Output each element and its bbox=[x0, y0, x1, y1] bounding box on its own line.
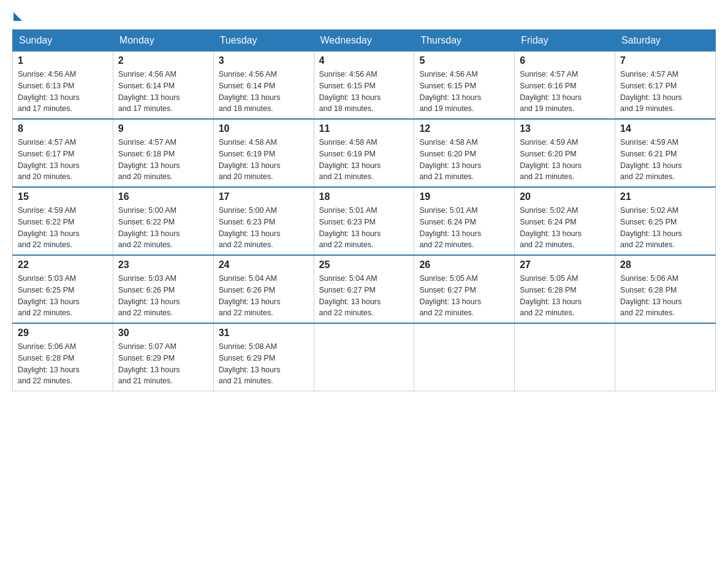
table-row bbox=[414, 323, 515, 391]
day-info: Sunrise: 5:04 AMSunset: 6:27 PMDaylight:… bbox=[319, 273, 409, 319]
day-number: 28 bbox=[620, 259, 710, 270]
day-number: 9 bbox=[118, 123, 208, 134]
table-row: 23Sunrise: 5:03 AMSunset: 6:26 PMDayligh… bbox=[113, 255, 213, 323]
table-row: 25Sunrise: 5:04 AMSunset: 6:27 PMDayligh… bbox=[314, 255, 414, 323]
day-info: Sunrise: 4:57 AMSunset: 6:17 PMDaylight:… bbox=[620, 69, 710, 115]
day-number: 15 bbox=[18, 191, 108, 202]
day-info: Sunrise: 5:03 AMSunset: 6:26 PMDaylight:… bbox=[118, 273, 208, 319]
day-number: 16 bbox=[118, 191, 208, 202]
table-row: 14Sunrise: 4:59 AMSunset: 6:21 PMDayligh… bbox=[615, 119, 716, 187]
day-info: Sunrise: 5:02 AMSunset: 6:24 PMDaylight:… bbox=[520, 205, 610, 251]
col-monday: Monday bbox=[113, 30, 213, 52]
day-info: Sunrise: 5:01 AMSunset: 6:23 PMDaylight:… bbox=[319, 205, 409, 251]
table-row: 19Sunrise: 5:01 AMSunset: 6:24 PMDayligh… bbox=[414, 187, 515, 255]
day-info: Sunrise: 4:56 AMSunset: 6:13 PMDaylight:… bbox=[18, 69, 108, 115]
day-number: 13 bbox=[520, 123, 610, 134]
table-row: 18Sunrise: 5:01 AMSunset: 6:23 PMDayligh… bbox=[314, 187, 414, 255]
table-row: 22Sunrise: 5:03 AMSunset: 6:25 PMDayligh… bbox=[13, 255, 113, 323]
day-number: 23 bbox=[118, 259, 208, 270]
day-info: Sunrise: 4:56 AMSunset: 6:15 PMDaylight:… bbox=[419, 69, 509, 115]
day-info: Sunrise: 4:56 AMSunset: 6:14 PMDaylight:… bbox=[219, 69, 309, 115]
calendar-week-row: 22Sunrise: 5:03 AMSunset: 6:25 PMDayligh… bbox=[13, 255, 716, 323]
day-info: Sunrise: 4:59 AMSunset: 6:21 PMDaylight:… bbox=[620, 137, 710, 183]
table-row: 8Sunrise: 4:57 AMSunset: 6:17 PMDaylight… bbox=[13, 119, 113, 187]
calendar-week-row: 8Sunrise: 4:57 AMSunset: 6:17 PMDaylight… bbox=[13, 119, 716, 187]
col-wednesday: Wednesday bbox=[314, 30, 414, 52]
day-info: Sunrise: 5:06 AMSunset: 6:28 PMDaylight:… bbox=[18, 341, 108, 387]
day-number: 20 bbox=[520, 191, 610, 202]
table-row: 20Sunrise: 5:02 AMSunset: 6:24 PMDayligh… bbox=[515, 187, 615, 255]
day-info: Sunrise: 5:03 AMSunset: 6:25 PMDaylight:… bbox=[18, 273, 108, 319]
table-row: 3Sunrise: 4:56 AMSunset: 6:14 PMDaylight… bbox=[213, 52, 314, 120]
table-row: 31Sunrise: 5:08 AMSunset: 6:29 PMDayligh… bbox=[213, 323, 314, 391]
day-info: Sunrise: 4:57 AMSunset: 6:17 PMDaylight:… bbox=[18, 137, 108, 183]
day-number: 5 bbox=[419, 55, 509, 66]
table-row: 30Sunrise: 5:07 AMSunset: 6:29 PMDayligh… bbox=[113, 323, 213, 391]
table-row bbox=[314, 323, 414, 391]
day-info: Sunrise: 4:58 AMSunset: 6:20 PMDaylight:… bbox=[419, 137, 509, 183]
day-number: 21 bbox=[620, 191, 710, 202]
day-number: 7 bbox=[620, 55, 710, 66]
day-number: 14 bbox=[620, 123, 710, 134]
day-info: Sunrise: 4:58 AMSunset: 6:19 PMDaylight:… bbox=[319, 137, 409, 183]
day-number: 22 bbox=[18, 259, 108, 270]
day-number: 6 bbox=[520, 55, 610, 66]
day-info: Sunrise: 4:56 AMSunset: 6:14 PMDaylight:… bbox=[118, 69, 208, 115]
day-info: Sunrise: 5:06 AMSunset: 6:28 PMDaylight:… bbox=[620, 273, 710, 319]
day-number: 27 bbox=[520, 259, 610, 270]
table-row bbox=[515, 323, 615, 391]
table-row: 1Sunrise: 4:56 AMSunset: 6:13 PMDaylight… bbox=[13, 52, 113, 120]
table-row bbox=[615, 323, 716, 391]
day-info: Sunrise: 4:59 AMSunset: 6:22 PMDaylight:… bbox=[18, 205, 108, 251]
table-row: 5Sunrise: 4:56 AMSunset: 6:15 PMDaylight… bbox=[414, 52, 515, 120]
table-row: 16Sunrise: 5:00 AMSunset: 6:22 PMDayligh… bbox=[113, 187, 213, 255]
day-number: 12 bbox=[419, 123, 509, 134]
day-number: 11 bbox=[319, 123, 409, 134]
table-row: 2Sunrise: 4:56 AMSunset: 6:14 PMDaylight… bbox=[113, 52, 213, 120]
table-row: 7Sunrise: 4:57 AMSunset: 6:17 PMDaylight… bbox=[615, 52, 716, 120]
day-info: Sunrise: 5:05 AMSunset: 6:28 PMDaylight:… bbox=[520, 273, 610, 319]
day-info: Sunrise: 4:57 AMSunset: 6:16 PMDaylight:… bbox=[520, 69, 610, 115]
col-saturday: Saturday bbox=[615, 30, 716, 52]
table-row: 15Sunrise: 4:59 AMSunset: 6:22 PMDayligh… bbox=[13, 187, 113, 255]
day-info: Sunrise: 4:57 AMSunset: 6:18 PMDaylight:… bbox=[118, 137, 208, 183]
page-header bbox=[12, 12, 716, 23]
calendar-week-row: 15Sunrise: 4:59 AMSunset: 6:22 PMDayligh… bbox=[13, 187, 716, 255]
day-number: 17 bbox=[219, 191, 309, 202]
day-number: 26 bbox=[419, 259, 509, 270]
day-number: 1 bbox=[18, 55, 108, 66]
day-number: 31 bbox=[219, 327, 309, 339]
logo-triangle-icon bbox=[13, 12, 22, 21]
day-info: Sunrise: 4:58 AMSunset: 6:19 PMDaylight:… bbox=[219, 137, 309, 183]
logo bbox=[12, 12, 22, 23]
table-row: 10Sunrise: 4:58 AMSunset: 6:19 PMDayligh… bbox=[213, 119, 314, 187]
day-number: 4 bbox=[319, 55, 409, 66]
calendar-week-row: 29Sunrise: 5:06 AMSunset: 6:28 PMDayligh… bbox=[13, 323, 716, 391]
table-row: 13Sunrise: 4:59 AMSunset: 6:20 PMDayligh… bbox=[515, 119, 615, 187]
table-row: 29Sunrise: 5:06 AMSunset: 6:28 PMDayligh… bbox=[13, 323, 113, 391]
day-info: Sunrise: 5:04 AMSunset: 6:26 PMDaylight:… bbox=[219, 273, 309, 319]
day-number: 30 bbox=[118, 327, 208, 339]
day-number: 2 bbox=[118, 55, 208, 66]
day-info: Sunrise: 5:07 AMSunset: 6:29 PMDaylight:… bbox=[118, 341, 208, 387]
day-info: Sunrise: 5:08 AMSunset: 6:29 PMDaylight:… bbox=[219, 341, 309, 387]
table-row: 21Sunrise: 5:02 AMSunset: 6:25 PMDayligh… bbox=[615, 187, 716, 255]
day-number: 29 bbox=[18, 327, 108, 339]
table-row: 9Sunrise: 4:57 AMSunset: 6:18 PMDaylight… bbox=[113, 119, 213, 187]
day-info: Sunrise: 5:01 AMSunset: 6:24 PMDaylight:… bbox=[419, 205, 509, 251]
table-row: 4Sunrise: 4:56 AMSunset: 6:15 PMDaylight… bbox=[314, 52, 414, 120]
calendar-week-row: 1Sunrise: 4:56 AMSunset: 6:13 PMDaylight… bbox=[13, 52, 716, 120]
table-row: 26Sunrise: 5:05 AMSunset: 6:27 PMDayligh… bbox=[414, 255, 515, 323]
day-number: 25 bbox=[319, 259, 409, 270]
day-number: 18 bbox=[319, 191, 409, 202]
col-thursday: Thursday bbox=[414, 30, 515, 52]
day-number: 24 bbox=[219, 259, 309, 270]
calendar-table: Sunday Monday Tuesday Wednesday Thursday… bbox=[12, 29, 716, 391]
calendar-header-row: Sunday Monday Tuesday Wednesday Thursday… bbox=[13, 30, 716, 52]
day-number: 3 bbox=[219, 55, 309, 66]
table-row: 11Sunrise: 4:58 AMSunset: 6:19 PMDayligh… bbox=[314, 119, 414, 187]
table-row: 24Sunrise: 5:04 AMSunset: 6:26 PMDayligh… bbox=[213, 255, 314, 323]
day-number: 8 bbox=[18, 123, 108, 134]
day-info: Sunrise: 5:02 AMSunset: 6:25 PMDaylight:… bbox=[620, 205, 710, 251]
day-info: Sunrise: 5:00 AMSunset: 6:23 PMDaylight:… bbox=[219, 205, 309, 251]
